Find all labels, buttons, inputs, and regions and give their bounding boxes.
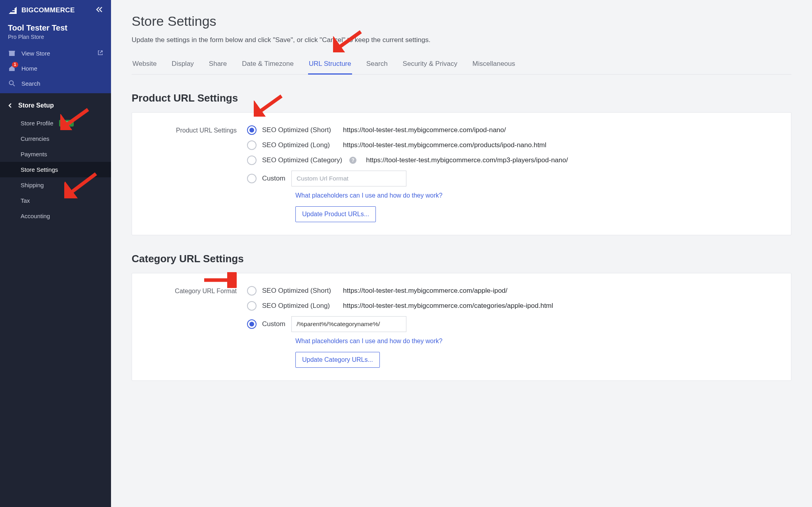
- tab-share[interactable]: Share: [208, 60, 228, 75]
- brand-name-big: BIG: [21, 6, 34, 14]
- url-example: https://tool-tester-test.mybigcommerce.c…: [343, 302, 553, 310]
- radio-product-seo-category[interactable]: [247, 156, 257, 165]
- brand-logo: BIGCOMMERCE: [8, 6, 75, 15]
- radio-product-seo-short[interactable]: [247, 125, 257, 135]
- sidebar-label: Home: [21, 65, 37, 72]
- store-icon: [8, 50, 16, 57]
- option-label: SEO Optimized (Long): [262, 302, 337, 310]
- url-example: https://tool-tester-test.mybigcommerce.c…: [343, 141, 546, 149]
- update-product-urls-button[interactable]: Update Product URLs...: [295, 206, 376, 222]
- sidebar: BIGCOMMERCE Tool Tester Test Pro Plan St…: [0, 0, 111, 507]
- sidebar-label: View Store: [21, 50, 50, 57]
- settings-tabs: WebsiteDisplayShareDate & TimezoneURL St…: [132, 60, 791, 75]
- sidebar-link-view-store[interactable]: View Store: [0, 46, 111, 61]
- option-label: SEO Optimized (Long): [262, 141, 337, 149]
- sidebar-item-shipping[interactable]: Shipping: [0, 177, 111, 193]
- sidebar-item-label: Store Profile: [21, 120, 54, 127]
- product-url-card: Product URL Settings SEO Optimized (Shor…: [132, 112, 791, 235]
- radio-category-seo-short[interactable]: [247, 286, 257, 296]
- sidebar-item-store-settings[interactable]: Store Settings: [0, 162, 111, 177]
- radio-product-custom[interactable]: [247, 174, 257, 183]
- sidebar-item-label: Currencies: [21, 135, 50, 142]
- tab-display[interactable]: Display: [171, 60, 195, 75]
- collapse-sidebar-icon[interactable]: [95, 6, 103, 15]
- home-badge: 1: [12, 62, 18, 67]
- sidebar-group-store-setup[interactable]: Store Setup: [0, 96, 111, 115]
- page-subtitle: Update the settings in the form below an…: [132, 36, 791, 44]
- product-custom-url-input[interactable]: [291, 171, 406, 186]
- category-url-card: Category URL Format SEO Optimized (Short…: [132, 273, 791, 381]
- sidebar-group-label: Store Setup: [18, 102, 54, 109]
- new-badge: NEW: [59, 120, 74, 127]
- help-icon[interactable]: ?: [349, 157, 356, 164]
- placeholders-help-link[interactable]: What placeholders can I use and how do t…: [295, 338, 442, 344]
- sidebar-item-label: Store Settings: [21, 166, 58, 173]
- svg-point-3: [10, 81, 13, 85]
- url-example: https://tool-tester-test.mybigcommerce.c…: [366, 156, 568, 164]
- sidebar-item-accounting[interactable]: Accounting: [0, 208, 111, 224]
- store-name: Tool Tester Test: [8, 23, 103, 32]
- store-plan: Pro Plan Store: [8, 34, 103, 40]
- tab-security-privacy[interactable]: Security & Privacy: [402, 60, 458, 75]
- category-custom-url-input[interactable]: [291, 316, 406, 332]
- svg-rect-0: [11, 9, 15, 10]
- option-label: Custom: [262, 320, 286, 328]
- section-heading-category-url: Category URL Settings: [132, 253, 791, 265]
- sidebar-link-home[interactable]: 1 Home: [0, 61, 111, 76]
- chevron-left-icon: [8, 103, 13, 108]
- option-label: Custom: [262, 175, 286, 182]
- radio-product-seo-long[interactable]: [247, 140, 257, 150]
- url-example: https://tool-tester-test.mybigcommerce.c…: [343, 287, 508, 295]
- tab-url-structure[interactable]: URL Structure: [308, 60, 352, 75]
- option-label: SEO Optimized (Category): [262, 156, 342, 164]
- sidebar-item-currencies[interactable]: Currencies: [0, 131, 111, 146]
- tab-website[interactable]: Website: [132, 60, 157, 75]
- section-heading-product-url: Product URL Settings: [132, 92, 791, 104]
- option-label: SEO Optimized (Short): [262, 287, 337, 295]
- main-content: Store Settings Update the settings in th…: [111, 0, 812, 507]
- sidebar-item-store-profile[interactable]: Store ProfileNEW: [0, 115, 111, 131]
- sidebar-item-label: Accounting: [21, 213, 50, 219]
- option-label: SEO Optimized (Short): [262, 126, 337, 134]
- sidebar-link-search[interactable]: Search: [0, 76, 111, 91]
- placeholders-help-link[interactable]: What placeholders can I use and how do t…: [295, 192, 442, 199]
- url-example: https://tool-tester-test.mybigcommerce.c…: [343, 126, 506, 134]
- tab-date-timezone[interactable]: Date & Timezone: [241, 60, 294, 75]
- svg-rect-2: [9, 52, 15, 56]
- category-url-row-label: Category URL Format: [132, 286, 247, 295]
- update-category-urls-button[interactable]: Update Category URLs...: [295, 352, 380, 368]
- page-title: Store Settings: [132, 13, 791, 29]
- tab-miscellaneous[interactable]: Miscellaneous: [472, 60, 516, 75]
- sidebar-item-label: Tax: [21, 197, 30, 204]
- sidebar-item-tax[interactable]: Tax: [0, 193, 111, 208]
- external-link-icon: [98, 50, 103, 57]
- brand-name-commerce: COMMERCE: [34, 6, 75, 14]
- sidebar-item-payments[interactable]: Payments: [0, 146, 111, 162]
- sidebar-item-label: Payments: [21, 151, 47, 157]
- sidebar-label: Search: [21, 80, 40, 87]
- tab-search[interactable]: Search: [366, 60, 389, 75]
- sidebar-item-label: Shipping: [21, 182, 44, 188]
- brand-logo-icon: [8, 6, 19, 15]
- radio-category-custom[interactable]: [247, 319, 257, 329]
- svg-rect-1: [11, 11, 15, 12]
- product-url-row-label: Product URL Settings: [132, 125, 247, 134]
- search-icon: [8, 80, 16, 87]
- radio-category-seo-long[interactable]: [247, 301, 257, 311]
